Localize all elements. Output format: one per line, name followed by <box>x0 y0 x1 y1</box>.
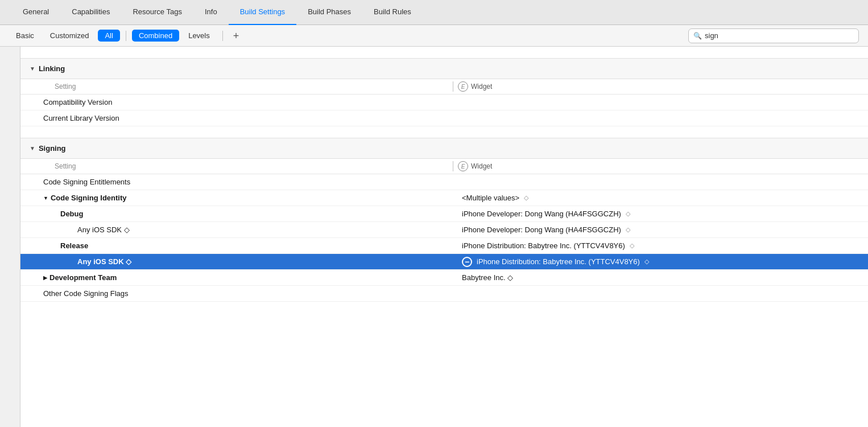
release-stepper[interactable]: ◇ <box>630 242 634 249</box>
main-content: ▼ Linking Setting E Widget Compatibility… <box>0 47 868 427</box>
csi-value: <Multiple values> <box>462 194 519 202</box>
table-row[interactable]: Debug iPhone Developer: Dong Wang (HA4FS… <box>20 206 868 222</box>
tab-build-settings[interactable]: Build Settings <box>229 0 297 25</box>
minus-button[interactable]: − <box>462 257 472 267</box>
row-value-devteam: Babytree Inc. ◇ <box>453 273 868 282</box>
devteam-value: Babytree Inc. ◇ <box>462 273 513 282</box>
debug-value: iPhone Developer: Dong Wang (HA4FSGGCZH) <box>462 210 621 218</box>
triangle-csi: ▼ <box>43 195 48 201</box>
table-row[interactable]: Other Code Signing Flags <box>20 286 868 302</box>
linking-section-header[interactable]: ▼ Linking <box>20 58 868 79</box>
row-current-library: Current Library Version <box>20 114 453 122</box>
triangle-linking: ▼ <box>30 65 35 72</box>
row-code-signing-identity: ▼ Code Signing Identity <box>20 194 453 202</box>
col-divider-signing <box>453 161 453 171</box>
col-setting-label-signing: Setting <box>20 162 453 170</box>
any-ios-release-stepper[interactable]: ◇ <box>644 258 649 265</box>
table-row[interactable]: Code Signing Entitlements <box>20 174 868 190</box>
row-code-signing-entitlements: Code Signing Entitlements <box>20 178 453 186</box>
linking-section: ▼ Linking Setting E Widget Compatibility… <box>20 58 868 126</box>
spacer-middle <box>20 126 868 138</box>
csi-label: Code Signing Identity <box>51 194 127 202</box>
row-other-code-signing-flags: Other Code Signing Flags <box>20 289 453 298</box>
combined-button[interactable]: Combined <box>132 30 179 42</box>
tab-build-phases[interactable]: Build Phases <box>296 0 362 25</box>
target-badge-linking: E <box>458 81 468 92</box>
col-divider-linking <box>453 81 453 92</box>
table-row[interactable]: Compatibility Version <box>20 95 868 110</box>
customized-button[interactable]: Customized <box>43 30 96 42</box>
col-target-signing: E Widget <box>458 161 492 171</box>
basic-button[interactable]: Basic <box>9 30 41 42</box>
signing-title: Signing <box>39 144 66 153</box>
row-any-ios-sdk-debug: Any iOS SDK ◇ <box>20 225 453 234</box>
target-label-linking: Widget <box>471 83 492 91</box>
levels-button[interactable]: Levels <box>181 30 217 42</box>
table-row[interactable]: Current Library Version <box>20 110 868 126</box>
row-value-any-ios-release: − iPhone Distribution: Babytree Inc. (YT… <box>453 257 868 267</box>
table-row[interactable]: ▼ Code Signing Identity <Multiple values… <box>20 190 868 206</box>
signing-col-headers: Setting E Widget <box>20 159 868 174</box>
row-value-release: iPhone Distribution: Babytree Inc. (YTTC… <box>453 241 868 250</box>
tab-resource-tags[interactable]: Resource Tags <box>121 0 193 25</box>
tab-info[interactable]: Info <box>193 0 229 25</box>
debug-stepper[interactable]: ◇ <box>626 210 630 217</box>
sidebar-scroll <box>0 47 20 427</box>
target-badge-signing: E <box>458 161 468 171</box>
toolbar: Basic Customized All Combined Levels + 🔍 <box>0 25 868 47</box>
col-target-linking: E Widget <box>458 81 492 92</box>
any-ios-debug-stepper[interactable]: ◇ <box>626 226 630 233</box>
row-development-team: ▶ Development Team <box>20 273 453 282</box>
row-value-any-ios-debug: iPhone Developer: Dong Wang (HA4FSGGCZH)… <box>453 225 868 234</box>
search-icon: 🔍 <box>693 32 702 40</box>
row-compatibility-version: Compatibility Version <box>20 98 453 106</box>
table-row[interactable]: ▶ Development Team Babytree Inc. ◇ <box>20 270 868 286</box>
csi-stepper[interactable]: ◇ <box>524 194 528 202</box>
row-value-debug: iPhone Developer: Dong Wang (HA4FSGGCZH)… <box>453 210 868 218</box>
tab-capabilities[interactable]: Capabilities <box>60 0 121 25</box>
toolbar-divider-2 <box>222 31 223 41</box>
signing-section: ▼ Signing Setting E Widget Code Signing … <box>20 138 868 302</box>
table-row[interactable]: Release iPhone Distribution: Babytree In… <box>20 238 868 254</box>
triangle-devteam: ▶ <box>43 275 47 281</box>
search-bar: 🔍 <box>688 28 859 43</box>
row-any-ios-sdk-release: Any iOS SDK ◇ <box>20 257 453 266</box>
col-setting-label-linking: Setting <box>20 83 453 91</box>
content-area: ▼ Linking Setting E Widget Compatibility… <box>20 47 868 427</box>
spacer-top <box>20 47 868 58</box>
any-ios-release-value: iPhone Distribution: Babytree Inc. (YTTC… <box>477 257 640 266</box>
tab-build-rules[interactable]: Build Rules <box>362 0 423 25</box>
target-label-signing: Widget <box>471 162 492 170</box>
add-setting-button[interactable]: + <box>229 31 244 41</box>
table-row[interactable]: Any iOS SDK ◇ iPhone Developer: Dong Wan… <box>20 222 868 238</box>
any-ios-debug-value: iPhone Developer: Dong Wang (HA4FSGGCZH) <box>462 225 621 234</box>
triangle-signing: ▼ <box>30 145 35 151</box>
row-debug: Debug <box>20 210 453 218</box>
tab-bar: General Capabilities Resource Tags Info … <box>0 0 868 25</box>
signing-section-header[interactable]: ▼ Signing <box>20 138 868 159</box>
tab-general[interactable]: General <box>11 0 60 25</box>
row-release: Release <box>20 241 453 250</box>
linking-title: Linking <box>39 64 65 73</box>
search-input[interactable] <box>705 31 854 40</box>
devteam-label: Development Team <box>49 273 117 282</box>
linking-col-headers: Setting E Widget <box>20 79 868 95</box>
toolbar-divider-1 <box>126 31 126 41</box>
release-value: iPhone Distribution: Babytree Inc. (YTTC… <box>462 241 625 250</box>
table-row[interactable]: Any iOS SDK ◇ − iPhone Distribution: Bab… <box>20 254 868 270</box>
all-button[interactable]: All <box>98 30 119 42</box>
row-value-csi: <Multiple values> ◇ <box>453 194 868 202</box>
